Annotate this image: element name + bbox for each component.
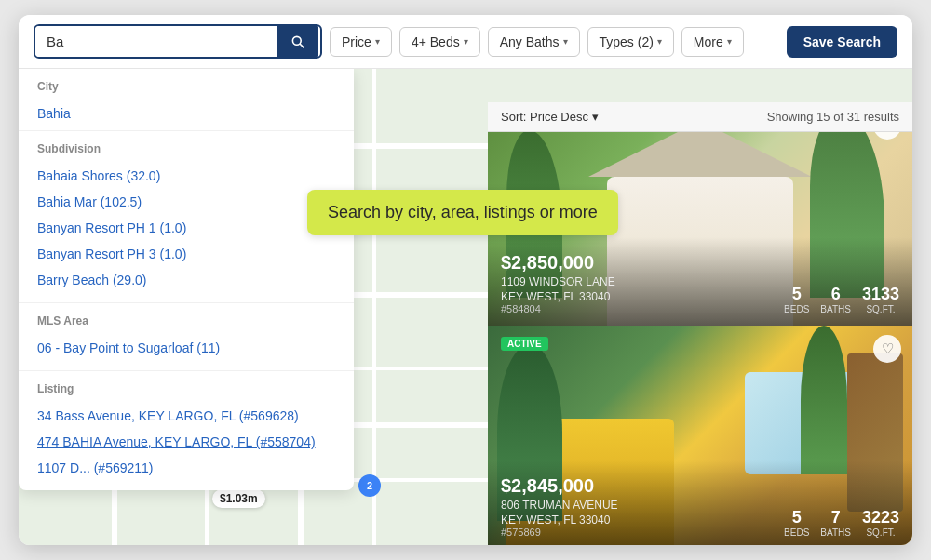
price-filter-button[interactable]: Price ▾ xyxy=(330,27,392,57)
search-icon xyxy=(290,34,305,49)
more-filter-button[interactable]: More ▾ xyxy=(681,27,744,57)
active-badge-2: ACTIVE xyxy=(501,337,548,351)
chevron-down-icon: ▾ xyxy=(464,36,468,47)
chevron-down-icon: ▾ xyxy=(375,36,380,47)
dropdown-subdivision-item[interactable]: Barry Beach (29.0) xyxy=(37,267,335,299)
search-tooltip: Search by city, area, listings or more xyxy=(307,190,618,235)
listing-stats-1: 5 Beds 6 Baths 3133 Sq.Ft. xyxy=(784,285,899,314)
listing-baths-2: 7 Baths xyxy=(820,508,851,538)
listing-sqft-1: 3133 Sq.Ft. xyxy=(862,285,899,314)
dropdown-listing-item[interactable]: 1107 D... (#569211) xyxy=(37,455,335,487)
content-area: HoraceMiddl... DuncanSt. UnitedSt. Semin… xyxy=(19,69,912,545)
chevron-down-icon: ▾ xyxy=(657,36,662,47)
dropdown-city-section: City Bahia xyxy=(19,69,354,130)
chevron-down-icon: ▾ xyxy=(563,36,568,47)
listing-baths-1: 6 Baths xyxy=(820,285,851,314)
map-road xyxy=(372,69,376,545)
search-dropdown: City Bahia Subdivision Bahaia Shores (32… xyxy=(19,69,354,490)
dropdown-mls-section: MLS Area 06 - Bay Point to Sugarloaf (11… xyxy=(19,302,354,370)
dropdown-subdivision-section: Subdivision Bahaia Shores (32.0) Bahia M… xyxy=(19,130,354,302)
dropdown-subdivision-item[interactable]: Bahia Mar (102.5) xyxy=(37,189,335,215)
baths-filter-button[interactable]: Any Baths ▾ xyxy=(488,27,580,57)
search-input[interactable] xyxy=(35,26,277,57)
results-count: Showing 15 of 31 results xyxy=(767,110,899,124)
map-price-label: $1.03m xyxy=(212,489,265,508)
dropdown-subdivision-item[interactable]: Banyan Resort PH 3 (1.0) xyxy=(37,241,335,267)
listing-sqft-2: 3223 Sq.Ft. xyxy=(862,508,899,538)
save-search-button[interactable]: Save Search xyxy=(787,26,897,58)
dropdown-mls-label: MLS Area xyxy=(37,314,335,327)
listing-beds-2: 5 Beds xyxy=(784,508,809,538)
listing-card-2[interactable]: ACTIVE ♡ $2,845,000 806 TRUMAN AVENUE KE… xyxy=(488,326,912,545)
dropdown-city-item[interactable]: Bahia xyxy=(37,100,335,127)
chevron-down-icon: ▾ xyxy=(592,110,599,124)
dropdown-subdivision-item[interactable]: Bahaia Shores (32.0) xyxy=(37,163,335,189)
dropdown-subdivision-label: Subdivision xyxy=(37,142,335,155)
palm-shape-2 xyxy=(801,326,847,474)
listing-price-2: $2,845,000 xyxy=(501,475,899,497)
dropdown-listing-item[interactable]: 34 Bass Avenue, KEY LARGO, FL (#569628) xyxy=(37,403,335,429)
sort-label: Sort: Price Desc xyxy=(501,110,588,124)
search-button[interactable] xyxy=(277,26,318,57)
search-box xyxy=(34,24,322,59)
dropdown-mls-item[interactable]: 06 - Bay Point to Sugarloaf (11) xyxy=(37,335,335,367)
svg-point-0 xyxy=(292,36,301,45)
dropdown-listing-section: Listing 34 Bass Avenue, KEY LARGO, FL (#… xyxy=(19,370,354,490)
favorite-button-2[interactable]: ♡ xyxy=(873,335,901,363)
map-cluster-marker[interactable]: 2 xyxy=(358,474,381,497)
header-bar: Price ▾ 4+ Beds ▾ Any Baths ▾ Types (2) … xyxy=(19,15,912,69)
listing-beds-1: 5 Beds xyxy=(784,285,809,314)
dropdown-city-label: City xyxy=(37,80,335,93)
sort-bar: Sort: Price Desc ▾ Showing 15 of 31 resu… xyxy=(488,102,912,132)
beds-filter-button[interactable]: 4+ Beds ▾ xyxy=(399,27,480,57)
chevron-down-icon: ▾ xyxy=(727,36,732,47)
svg-line-1 xyxy=(300,44,304,47)
main-container: Price ▾ 4+ Beds ▾ Any Baths ▾ Types (2) … xyxy=(19,15,912,545)
listing-stats-2: 5 Beds 7 Baths 3223 Sq.Ft. xyxy=(784,508,899,538)
listing-price-1: $2,850,000 xyxy=(501,252,899,273)
listings-panel: Sort: Price Desc ▾ Showing 15 of 31 resu… xyxy=(488,102,912,545)
dropdown-listing-item[interactable]: 474 BAHIA Avenue, KEY LARGO, FL (#558704… xyxy=(37,429,335,455)
sort-button[interactable]: Sort: Price Desc ▾ xyxy=(501,110,599,124)
dropdown-listing-label: Listing xyxy=(37,382,335,395)
types-filter-button[interactable]: Types (2) ▾ xyxy=(587,27,674,57)
dropdown-subdivision-item[interactable]: Banyan Resort PH 1 (1.0) xyxy=(37,215,335,241)
